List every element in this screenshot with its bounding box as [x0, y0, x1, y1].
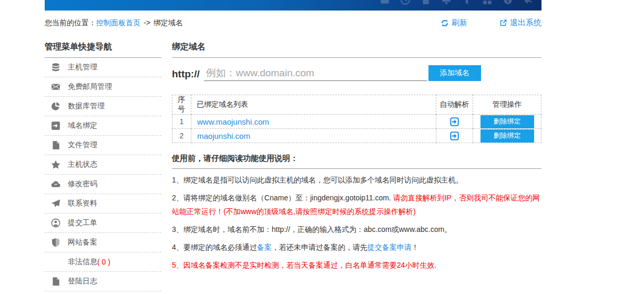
- breadcrumb-prefix: 您当前的位置：: [45, 18, 96, 27]
- note-text: ，若还未申请过备案的，请先: [272, 243, 367, 251]
- lock-icon: [421, 0, 431, 5]
- column-header-manage: 管理操作: [473, 95, 541, 115]
- table-header-row: 序号 已绑定域名列表 自动解析 管理操作: [172, 95, 541, 115]
- sidebar-item-website-filing[interactable]: 网站备案: [45, 233, 161, 252]
- refresh-icon: [441, 19, 449, 27]
- breadcrumb-separator: ->: [144, 18, 150, 27]
- sidebar-item-contact-info[interactable]: 联系资料: [45, 194, 161, 214]
- box-icon: [380, 0, 390, 5]
- sidebar-item-label: 登陆日志: [68, 277, 97, 286]
- topbar-icon-row: [380, 0, 533, 5]
- blank-icon-spacer: [51, 257, 60, 267]
- sidebar: 管理菜单快捷导航 主机管理 免费邮局管理 数据库管理 域名绑定 文件管理: [45, 33, 161, 291]
- note-text: ！: [412, 243, 419, 251]
- sidebar-item-domain-binding[interactable]: 域名绑定: [45, 116, 161, 136]
- delete-binding-button[interactable]: 删除绑定: [481, 115, 534, 128]
- refresh-button[interactable]: 刷新: [441, 18, 467, 28]
- delete-binding-button[interactable]: 删除绑定: [481, 129, 534, 143]
- star-icon: [51, 160, 60, 169]
- note-item-3: 3、绑定域名时，域名前不加：http://，正确的输入格式为：abc.com或w…: [172, 222, 541, 236]
- main-panel: 绑定域名 http:// 添加域名 序号 已绑定域名列表 自动解析 管理操作 1…: [172, 33, 541, 291]
- sidebar-title: 管理菜单快捷导航: [45, 33, 161, 58]
- sidebar-item-label: 主机管理: [68, 63, 97, 72]
- table-row: 1 www.maojunshi.com 删除绑定: [172, 115, 541, 129]
- sidebar-item-label: 联系资料: [68, 199, 97, 208]
- export-icon[interactable]: [450, 131, 459, 140]
- note-item-2: 2、请将绑定的域名做别名（Cname）至：jingdengjx.gotoip11…: [172, 191, 541, 218]
- note-warning-text: 5、因域名备案检测不是实时检测，若当天备案通过，白名单通常需要24小时生效.: [172, 261, 436, 269]
- sidebar-item-host-management[interactable]: 主机管理: [45, 58, 161, 77]
- protocol-prefix: http://: [172, 68, 200, 80]
- clock-icon: [401, 0, 410, 5]
- grid-icon: [483, 0, 492, 5]
- note-item-1: 1、绑定域名是指可以访问此虚拟主机的域名，您可以添加多个域名同时访问此虚拟主机。: [172, 173, 541, 187]
- illegal-info-count: ( 0 ): [97, 258, 110, 266]
- sidebar-item-label: 免费邮局管理: [68, 82, 112, 92]
- breadcrumb-home-link[interactable]: 控制面板首页: [96, 18, 140, 27]
- domain-link[interactable]: www.maojunshi.com: [197, 117, 269, 126]
- sidebar-item-label: 文件管理: [68, 140, 97, 150]
- filing-link[interactable]: 备案: [257, 243, 272, 251]
- column-header-auto-resolve: 自动解析: [436, 95, 473, 115]
- logout-label: 退出系统: [510, 18, 541, 28]
- header-actions: 刷新 退出系统: [441, 18, 541, 28]
- notes-title: 使用前，请仔细阅读功能使用说明：: [172, 154, 541, 169]
- info-icon: [503, 0, 513, 5]
- piechart-icon: [51, 102, 60, 111]
- sidebar-item-label: 主机状态: [68, 160, 97, 169]
- page-title: 绑定域名: [172, 33, 541, 58]
- file-icon: [51, 277, 60, 286]
- submit-filing-link[interactable]: 提交备案申请: [367, 243, 412, 251]
- add-domain-button[interactable]: 添加域名: [428, 65, 481, 81]
- file-icon: [51, 140, 60, 150]
- refresh-label: 刷新: [452, 18, 467, 28]
- mail-icon: [51, 82, 60, 92]
- top-bar: [45, 0, 541, 11]
- reply-icon: [524, 0, 533, 5]
- sidebar-item-label: 网站备案: [68, 238, 97, 247]
- note-text: 3、绑定域名时，域名前不加：http://，正确的输入格式为：abc.com或w…: [172, 225, 452, 234]
- logout-icon: [499, 19, 507, 27]
- auto-resolve-cell: [436, 115, 473, 129]
- row-index: 2: [172, 129, 191, 143]
- breadcrumb-current: 绑定域名: [154, 18, 183, 27]
- sidebar-item-label: 数据库管理: [68, 102, 105, 111]
- sidebar-item-file-management[interactable]: 文件管理: [45, 136, 161, 155]
- sidebar-item-login-log[interactable]: 登陆日志: [45, 272, 161, 291]
- page: 您当前的位置：控制面板首页->绑定域名 刷新 退出系统 管理菜单快捷导航 主机管…: [45, 0, 541, 291]
- breadcrumb: 您当前的位置：控制面板首页->绑定域名: [45, 18, 183, 28]
- shield-icon: [51, 238, 60, 247]
- sidebar-item-illegal-info[interactable]: 非法信息 ( 0 ): [45, 252, 161, 272]
- sidebar-item-mail-management[interactable]: 免费邮局管理: [45, 77, 161, 97]
- sidebar-item-label: 非法信息: [68, 257, 97, 267]
- user-circle-icon: [51, 218, 60, 228]
- export-icon[interactable]: [450, 117, 459, 126]
- column-header-index: 序号: [172, 95, 191, 115]
- bound-domains-table: 序号 已绑定域名列表 自动解析 管理操作 1 www.maojunshi.com…: [172, 95, 541, 143]
- column-header-domain-list: 已绑定域名列表: [191, 95, 436, 115]
- note-text: 2、请将绑定的域名做别名（Cname）至：jingdengjx.gotoip11…: [172, 194, 393, 202]
- sidebar-item-host-status[interactable]: 主机状态: [45, 155, 161, 175]
- sidebar-item-change-password[interactable]: 修改密码: [45, 175, 161, 194]
- sidebar-item-label: 提交工单: [68, 218, 97, 228]
- funnel-icon: [462, 0, 472, 5]
- sidebar-item-database-management[interactable]: 数据库管理: [45, 97, 161, 116]
- sidebar-item-submit-ticket[interactable]: 提交工单: [45, 214, 161, 233]
- sidebar-item-label: 修改密码: [68, 179, 97, 189]
- cloud-icon: [51, 179, 60, 189]
- table-row: 2 maojunshi.com 删除绑定: [172, 129, 541, 143]
- row-index: 1: [172, 115, 191, 129]
- domain-input[interactable]: [204, 66, 427, 81]
- send-icon: [51, 199, 60, 208]
- note-item-5: 5、因域名备案检测不是实时检测，若当天备案通过，白名单通常需要24小时生效.: [172, 258, 541, 272]
- note-text: 4、要绑定的域名必须通过: [172, 243, 257, 251]
- auto-resolve-cell: [436, 129, 473, 143]
- breadcrumb-row: 您当前的位置：控制面板首页->绑定域名 刷新 退出系统: [45, 11, 541, 33]
- sidebar-item-label: 域名绑定: [68, 121, 97, 130]
- domain-link[interactable]: maojunshi.com: [197, 131, 250, 140]
- database-icon: [51, 63, 60, 72]
- logout-button[interactable]: 退出系统: [499, 18, 541, 28]
- note-item-4: 4、要绑定的域名必须通过备案，若还未申请过备案的，请先提交备案申请！: [172, 240, 541, 254]
- bind-domain-form: http:// 添加域名: [172, 65, 541, 81]
- monitor-icon: [442, 0, 451, 5]
